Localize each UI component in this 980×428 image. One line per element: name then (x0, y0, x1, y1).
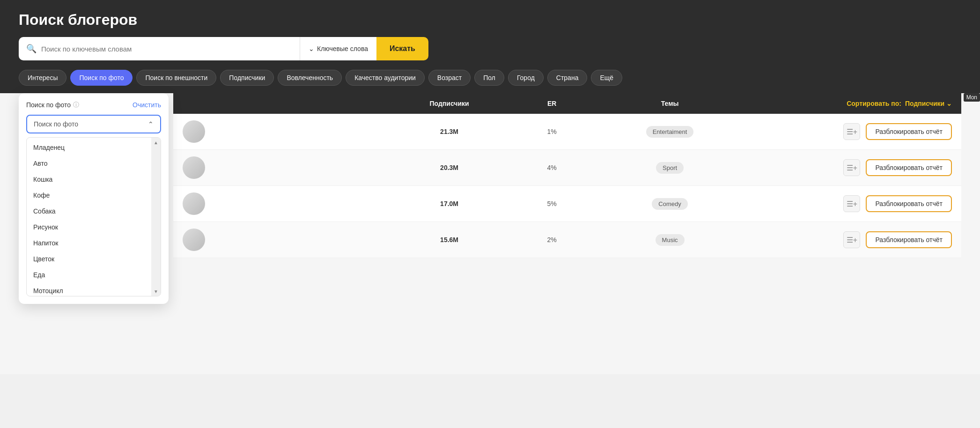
option-item[interactable]: Напиток (27, 235, 151, 251)
avatar (183, 192, 205, 215)
filter-btn-more[interactable]: Ещё (591, 70, 622, 86)
keywords-label: Ключевые слова (317, 45, 368, 52)
search-input[interactable] (41, 45, 292, 53)
cell-subscribers: 17.0M (388, 200, 511, 207)
search-input-wrapper: 🔍 (19, 37, 300, 60)
search-icon: 🔍 (26, 44, 37, 54)
cell-topics: Entertaiment (593, 126, 747, 138)
option-item[interactable]: Младенец (27, 140, 151, 155)
search-button[interactable]: Искать (376, 37, 428, 60)
chevron-down-icon: ⌄ (309, 45, 314, 52)
table-wrapper: Подписчики ER Темы Сортировать по: Подпи… (173, 93, 980, 277)
photo-search-select[interactable]: Поиск по фото ⌃ (26, 115, 161, 133)
popup-header: Поиск по фото ⓘ Очистить (26, 101, 161, 109)
page-title: Поиск блогеров (19, 11, 961, 29)
scroll-down-arrow[interactable]: ▼ (151, 287, 161, 296)
cell-topics: Comedy (593, 198, 747, 210)
options-container: МладенецАвтоКошкаКофеСобакаРисунокНапито… (26, 137, 161, 296)
filter-btn-audience-quality[interactable]: Качество аудитории (346, 70, 425, 86)
table-header: Подписчики ER Темы Сортировать по: Подпи… (173, 93, 961, 114)
unlock-report-button[interactable]: Разблокировать отчёт (866, 195, 952, 212)
table-row: 15.6M 2% Music ☰+ Разблокировать отчёт (173, 222, 961, 258)
mon-badge: Mon (964, 93, 980, 102)
popup-label: Поиск по фото ⓘ (26, 101, 79, 109)
header-section: Поиск блогеров 🔍 ⌄ Ключевые слова Искать… (0, 0, 980, 93)
sort-chevron-icon: ⌄ (946, 100, 952, 107)
cell-topics: Music (593, 234, 747, 246)
clear-link[interactable]: Очистить (133, 101, 161, 109)
content-area: Поиск по фото ⓘ Очистить Поиск по фото ⌃… (0, 93, 980, 374)
options-list[interactable]: МладенецАвтоКошкаКофеСобакаРисунокНапито… (27, 138, 151, 296)
avatar (183, 120, 205, 143)
option-item[interactable]: Кофе (27, 187, 151, 203)
col-subscribers-header: Подписчики (388, 100, 511, 107)
topic-badge: Comedy (652, 198, 687, 210)
filter-btn-country[interactable]: Страна (547, 70, 588, 86)
photo-search-popup: Поиск по фото ⓘ Очистить Поиск по фото ⌃… (19, 93, 169, 304)
filter-btn-photo-search[interactable]: Поиск по фото (70, 70, 133, 86)
keywords-button[interactable]: ⌄ Ключевые слова (300, 37, 376, 60)
scrollbar: ▲ ▼ (151, 138, 161, 296)
sort-label: Сортировать по: (847, 100, 901, 107)
topic-badge: Sport (656, 162, 684, 174)
col-topics-header: Темы (593, 100, 747, 107)
option-item[interactable]: Рисунок (27, 219, 151, 235)
unlock-report-button[interactable]: Разблокировать отчёт (866, 123, 952, 140)
cell-er: 2% (511, 236, 593, 244)
cell-er: 1% (511, 128, 593, 135)
blogger-info: Mon (183, 120, 388, 143)
filter-btn-engagement[interactable]: Вовлеченность (278, 70, 342, 86)
sort-field[interactable]: Подписчики ⌄ (905, 100, 952, 107)
cell-actions: ☰+ Разблокировать отчёт (747, 231, 952, 248)
cell-er: 4% (511, 164, 593, 171)
unlock-report-button[interactable]: Разблокировать отчёт (866, 231, 952, 248)
filters-row: ИнтересыПоиск по фотоПоиск по внешностиП… (19, 70, 961, 93)
blogger-info (183, 156, 388, 179)
add-to-list-button[interactable]: ☰+ (843, 159, 860, 176)
filter-btn-gender[interactable]: Пол (474, 70, 504, 86)
option-item[interactable]: Кошка (27, 171, 151, 187)
cell-actions: ☰+ Разблокировать отчёт (747, 159, 952, 176)
cell-subscribers: 20.3M (388, 164, 511, 171)
add-to-list-button[interactable]: ☰+ (843, 195, 860, 212)
table-row: Mon 21.3M 1% Entertaiment ☰+ Разблокиров… (173, 114, 961, 150)
option-item[interactable]: Собака (27, 203, 151, 219)
unlock-report-button[interactable]: Разблокировать отчёт (866, 159, 952, 176)
select-placeholder: Поиск по фото (34, 120, 78, 128)
table-body: Mon 21.3M 1% Entertaiment ☰+ Разблокиров… (173, 114, 961, 258)
avatar (183, 156, 205, 179)
add-to-list-button[interactable]: ☰+ (843, 123, 860, 140)
topic-badge: Entertaiment (646, 126, 694, 138)
chevron-up-icon: ⌃ (148, 120, 154, 128)
filter-btn-appearance[interactable]: Поиск по внешности (136, 70, 216, 86)
table-row: 17.0M 5% Comedy ☰+ Разблокировать отчёт (173, 186, 961, 222)
option-item[interactable]: Мотоцикл (27, 283, 151, 296)
topic-badge: Music (656, 234, 685, 246)
avatar (183, 229, 205, 251)
scroll-up-arrow[interactable]: ▲ (151, 138, 161, 147)
filter-btn-subscribers[interactable]: Подписчики (220, 70, 274, 86)
blogger-info (183, 229, 388, 251)
help-icon[interactable]: ⓘ (73, 101, 79, 109)
col-er-header: ER (511, 100, 593, 107)
filter-btn-city[interactable]: Город (508, 70, 544, 86)
cell-er: 5% (511, 200, 593, 207)
add-to-list-button[interactable]: ☰+ (843, 231, 860, 248)
cell-actions: ☰+ Разблокировать отчёт (747, 123, 952, 140)
option-item[interactable]: Еда (27, 267, 151, 283)
option-item[interactable]: Авто (27, 155, 151, 171)
col-actions-header: Сортировать по: Подписчики ⌄ (747, 100, 952, 107)
filter-btn-age[interactable]: Возраст (428, 70, 471, 86)
table-row: 20.3M 4% Sport ☰+ Разблокировать отчёт (173, 150, 961, 186)
option-item[interactable]: Цветок (27, 251, 151, 267)
cell-subscribers: 21.3M (388, 128, 511, 135)
blogger-info (183, 192, 388, 215)
cell-topics: Sport (593, 162, 747, 174)
cell-actions: ☰+ Разблокировать отчёт (747, 195, 952, 212)
cell-subscribers: 15.6M (388, 236, 511, 244)
filter-btn-interests[interactable]: Интересы (19, 70, 66, 86)
search-bar: 🔍 ⌄ Ключевые слова Искать (19, 37, 961, 60)
